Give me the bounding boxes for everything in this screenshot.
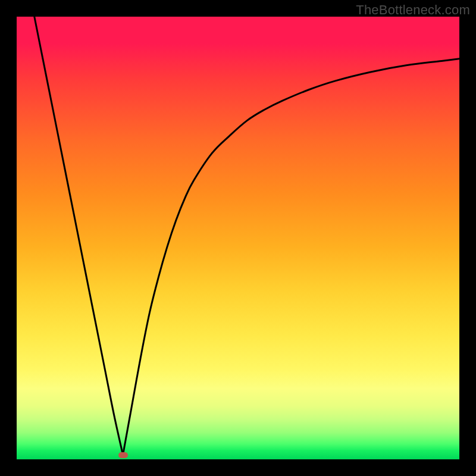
optimal-point-marker <box>118 452 128 458</box>
watermark-label: TheBottleneck.com <box>356 2 470 18</box>
bottleneck-curve <box>17 17 459 459</box>
chart-frame: TheBottleneck.com <box>0 0 476 476</box>
plot-area <box>17 17 459 459</box>
